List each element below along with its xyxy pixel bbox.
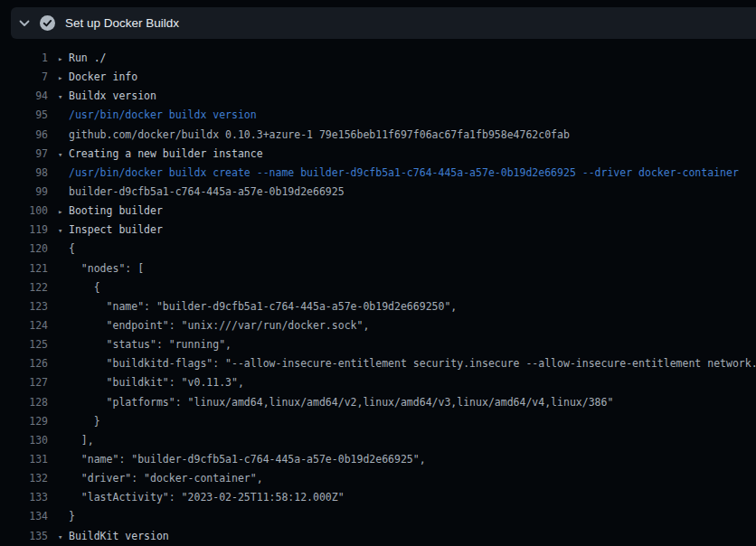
log-text: "endpoint": "unix:///var/run/docker.sock… <box>58 316 369 335</box>
triangle-down-icon: ▾ <box>58 88 69 106</box>
log-line: 133 "lastActivity": "2023-02-25T11:58:12… <box>0 488 756 507</box>
chevron-down-icon <box>18 17 31 30</box>
log-text: } <box>58 507 75 526</box>
line-number[interactable]: 129 <box>0 412 48 431</box>
line-number[interactable]: 132 <box>0 469 48 488</box>
log-text: "buildkit": "v0.11.3", <box>58 373 244 392</box>
line-number[interactable]: 134 <box>0 507 48 526</box>
log-output-text: "lastActivity": "2023-02-25T11:58:12.000… <box>69 491 345 504</box>
log-line: 99builder-d9cfb5a1-c764-445a-a57e-0b19d2… <box>0 183 756 202</box>
log-group-toggle[interactable]: ▾Buildx version <box>58 87 156 106</box>
line-number[interactable]: 121 <box>0 259 48 278</box>
log-line: 97▾Creating a new builder instance <box>0 145 756 164</box>
triangle-down-icon: ▾ <box>58 146 69 164</box>
line-number[interactable]: 7 <box>0 68 48 87</box>
log-group-toggle[interactable]: ▸Booting builder <box>58 202 163 221</box>
log-output-text: } <box>69 415 100 428</box>
log-line: 96github.com/docker/buildx 0.10.3+azure-… <box>0 126 756 145</box>
log-line: 100▸Booting builder <box>0 202 756 221</box>
log-output-text: { <box>69 281 100 294</box>
log-line: 126 "buildkitd-flags": "--allow-insecure… <box>0 354 756 373</box>
log-output-text: "name": "builder-d9cfb5a1-c764-445a-a57e… <box>69 300 457 313</box>
log-line: 131 "name": "builder-d9cfb5a1-c764-445a-… <box>0 450 756 469</box>
log-line: 98/usr/bin/docker buildx create --name b… <box>0 164 756 183</box>
log-group-label: Inspect builder <box>69 223 163 236</box>
line-number[interactable]: 125 <box>0 335 48 354</box>
log-text: { <box>58 278 100 297</box>
log-output-text: builder-d9cfb5a1-c764-445a-a57e-0b19d2e6… <box>69 185 345 198</box>
line-number[interactable]: 100 <box>0 202 48 221</box>
log-text: "status": "running", <box>58 335 232 354</box>
log-group-label: Docker info <box>69 71 137 83</box>
line-number[interactable]: 119 <box>0 221 48 240</box>
log-text: "platforms": "linux/amd64,linux/amd64/v2… <box>58 393 613 412</box>
log-line: 94▾Buildx version <box>0 87 756 106</box>
log-line: 125 "status": "running", <box>0 335 756 354</box>
log-group-label: Run ./ <box>69 52 107 64</box>
log-output-text: ], <box>69 434 94 447</box>
log-output-text: "driver": "docker-container", <box>69 472 263 485</box>
line-number[interactable]: 123 <box>0 297 48 316</box>
log-line: 120{ <box>0 240 756 259</box>
line-number[interactable]: 130 <box>0 431 48 450</box>
line-number[interactable]: 120 <box>0 240 48 259</box>
step-title: Set up Docker Buildx <box>65 16 179 30</box>
log-line: 95/usr/bin/docker buildx version <box>0 106 756 125</box>
log-output-text: "name": "builder-d9cfb5a1-c764-445a-a57e… <box>69 453 426 466</box>
line-number[interactable]: 128 <box>0 393 48 412</box>
log-line: 132 "driver": "docker-container", <box>0 469 756 488</box>
log-group-label: Booting builder <box>69 204 163 217</box>
log-output-text: { <box>69 242 75 255</box>
line-number[interactable]: 131 <box>0 450 48 469</box>
log-output-text: "buildkit": "v0.11.3", <box>69 376 244 389</box>
log-output-text: "status": "running", <box>69 338 232 351</box>
log-line: 7▸Docker info <box>0 68 756 87</box>
log-text: { <box>58 240 75 259</box>
log-output-text: "endpoint": "unix:///var/run/docker.sock… <box>69 319 369 332</box>
log-text: github.com/docker/buildx 0.10.3+azure-1 … <box>58 126 570 145</box>
log-line: 1▸Run ./ <box>0 49 756 68</box>
log-output-text: "buildkitd-flags": "--allow-insecure-ent… <box>69 357 756 370</box>
line-number[interactable]: 99 <box>0 183 48 202</box>
log-text: "name": "builder-d9cfb5a1-c764-445a-a57e… <box>58 297 457 316</box>
log-line: 121 "nodes": [ <box>0 259 756 278</box>
line-number[interactable]: 126 <box>0 354 48 373</box>
log-text: builder-d9cfb5a1-c764-445a-a57e-0b19d2e6… <box>58 183 345 202</box>
log-group-toggle[interactable]: ▸Docker info <box>58 68 137 87</box>
line-number[interactable]: 122 <box>0 278 48 297</box>
log-group-toggle[interactable]: ▸Run ./ <box>58 49 107 68</box>
line-number[interactable]: 95 <box>0 106 48 125</box>
log-text: "nodes": [ <box>58 259 144 278</box>
log-line: 127 "buildkit": "v0.11.3", <box>0 373 756 392</box>
log-output-text: } <box>69 510 75 522</box>
check-circle-icon <box>40 15 55 31</box>
log-line: 122 { <box>0 278 756 297</box>
line-number[interactable]: 98 <box>0 164 48 183</box>
log-group-toggle[interactable]: ▾Inspect builder <box>58 221 163 240</box>
log-output-text: "platforms": "linux/amd64,linux/amd64/v2… <box>69 396 613 409</box>
log-group-toggle[interactable]: ▾Creating a new builder instance <box>58 145 263 164</box>
line-number[interactable]: 97 <box>0 145 48 164</box>
log-output-text: github.com/docker/buildx 0.10.3+azure-1 … <box>69 128 570 141</box>
log-text: "driver": "docker-container", <box>58 469 263 488</box>
log-group-label: BuildKit version <box>69 530 169 542</box>
log-line: 134} <box>0 507 756 526</box>
line-number[interactable]: 94 <box>0 87 48 106</box>
line-number[interactable]: 124 <box>0 316 48 335</box>
log-lines: 1▸Run ./7▸Docker info94▾Buildx version95… <box>0 49 756 546</box>
line-number[interactable]: 127 <box>0 373 48 392</box>
log-command-text: /usr/bin/docker buildx create --name bui… <box>69 166 739 179</box>
log-text: } <box>58 412 100 431</box>
line-number[interactable]: 1 <box>0 49 48 68</box>
log-line: 119▾Inspect builder <box>0 221 756 240</box>
log-group-toggle[interactable]: ▾BuildKit version <box>58 527 169 546</box>
step-header-toggle[interactable]: Set up Docker Buildx <box>11 7 756 39</box>
line-number[interactable]: 96 <box>0 126 48 145</box>
log-text: /usr/bin/docker buildx version <box>58 106 257 125</box>
log-line: 129 } <box>0 412 756 431</box>
log-text: ], <box>58 431 94 450</box>
log-command-text: /usr/bin/docker buildx version <box>69 108 257 121</box>
line-number[interactable]: 135 <box>0 527 48 546</box>
log-line: 135▾BuildKit version <box>0 527 756 546</box>
line-number[interactable]: 133 <box>0 488 48 507</box>
